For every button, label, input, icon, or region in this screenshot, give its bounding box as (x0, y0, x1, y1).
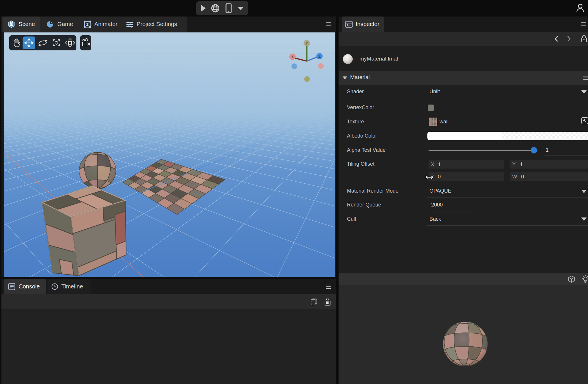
svg-text:Z: Z (86, 22, 89, 27)
svg-text:Z: Z (318, 54, 321, 58)
svg-text:X: X (291, 55, 294, 59)
svg-text:Y: Y (306, 41, 308, 45)
